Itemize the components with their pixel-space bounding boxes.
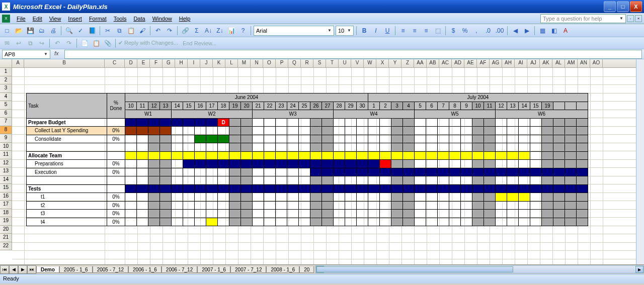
sheet-tab[interactable]: 2006 - 7_12 <box>162 266 197 273</box>
doc-restore-button[interactable]: - <box>627 15 634 22</box>
menu-edit[interactable]: Edit <box>29 14 46 23</box>
col-header[interactable]: AH <box>502 59 515 67</box>
review-icon[interactable]: ✉ <box>2 38 12 48</box>
col-header[interactable]: AM <box>565 59 578 67</box>
cut-icon[interactable]: ✂ <box>103 26 113 36</box>
row-header[interactable]: 14 <box>0 176 12 184</box>
doc-close-button[interactable]: × <box>635 15 642 22</box>
col-header[interactable]: AN <box>578 59 590 67</box>
sheet-tab-active[interactable]: Demo <box>36 266 59 273</box>
menu-format[interactable]: Format <box>86 14 110 23</box>
review-icon[interactable]: 📋 <box>91 38 101 48</box>
col-header[interactable]: H <box>175 59 188 67</box>
col-header[interactable]: R <box>301 59 313 67</box>
paste-icon[interactable]: 📋 <box>126 26 136 36</box>
col-header[interactable]: C <box>105 59 125 67</box>
col-header[interactable]: F <box>150 59 163 67</box>
row-header[interactable]: 8 <box>0 126 12 135</box>
decrease-indent-icon[interactable]: ◀ <box>510 26 520 36</box>
review-icon[interactable]: ↶ <box>52 38 62 48</box>
row-header[interactable]: 6 <box>0 110 12 118</box>
review-icon[interactable]: ⧉ <box>25 38 35 48</box>
bold-icon[interactable]: B <box>359 26 369 36</box>
currency-icon[interactable]: $ <box>448 26 458 36</box>
autosum-icon[interactable]: Σ <box>192 26 202 36</box>
col-header[interactable]: Y <box>389 59 401 67</box>
col-header[interactable]: Q <box>288 59 301 67</box>
menu-file[interactable]: File <box>13 14 29 23</box>
row-header[interactable]: 4 <box>0 93 12 102</box>
col-header[interactable]: J <box>200 59 213 67</box>
col-header[interactable]: AD <box>452 59 464 67</box>
col-header[interactable]: W <box>364 59 376 67</box>
sort-desc-icon[interactable]: Z↓ <box>215 26 225 36</box>
col-header[interactable]: X <box>376 59 389 67</box>
review-icon[interactable]: ↷ <box>64 38 74 48</box>
undo-icon[interactable]: ↶ <box>153 26 163 36</box>
col-header[interactable]: AF <box>477 59 490 67</box>
minimize-button[interactable]: _ <box>604 1 616 12</box>
col-header[interactable]: M <box>238 59 251 67</box>
fill-color-icon[interactable]: ◧ <box>549 26 559 36</box>
tab-first-icon[interactable]: ⏮ <box>0 265 9 274</box>
col-header[interactable]: AL <box>552 59 565 67</box>
col-header[interactable]: AC <box>439 59 452 67</box>
reply-changes-button[interactable]: ✔ Reply with Changes... <box>118 40 178 46</box>
col-header[interactable]: N <box>251 59 263 67</box>
vertical-scrollbar[interactable] <box>636 59 644 264</box>
horizontal-scrollbar[interactable]: ◀ ▶ <box>315 265 644 273</box>
col-header[interactable]: K <box>213 59 225 67</box>
row-header[interactable]: 12 <box>0 159 12 168</box>
end-review-button[interactable]: End Review... <box>183 40 216 46</box>
col-header[interactable]: G <box>163 59 175 67</box>
menu-window[interactable]: Window <box>149 14 176 23</box>
cells-area[interactable]: Task% DoneJune 2004July 2004101112131415… <box>12 68 636 264</box>
col-header[interactable]: AA <box>414 59 427 67</box>
col-header[interactable]: L <box>225 59 238 67</box>
maximize-button[interactable]: □ <box>617 1 629 12</box>
menu-view[interactable]: View <box>46 14 65 23</box>
increase-decimal-icon[interactable]: .0 <box>483 26 493 36</box>
col-header[interactable]: AE <box>464 59 477 67</box>
align-left-icon[interactable]: ≡ <box>398 26 408 36</box>
row-header[interactable]: 15 <box>0 184 12 193</box>
merge-icon[interactable]: ⬚ <box>433 26 443 36</box>
col-header[interactable]: E <box>137 59 150 67</box>
borders-icon[interactable]: ▦ <box>537 26 547 36</box>
col-header[interactable]: D <box>125 59 137 67</box>
col-header[interactable]: U <box>339 59 351 67</box>
row-headers[interactable]: 12345678910111213141516171819202122 <box>0 68 12 250</box>
sort-asc-icon[interactable]: A↓ <box>203 26 213 36</box>
row-header[interactable]: 5 <box>0 101 12 110</box>
preview-icon[interactable]: 🔍 <box>64 26 74 36</box>
col-header[interactable]: I <box>188 59 200 67</box>
row-header[interactable]: 21 <box>0 234 12 242</box>
review-icon[interactable]: ↩ <box>14 38 24 48</box>
row-header[interactable]: 10 <box>0 143 12 151</box>
review-icon[interactable]: ↪ <box>37 38 47 48</box>
sheet-tab[interactable]: 2007 - 1_6 <box>197 266 230 273</box>
print-icon[interactable]: 🖨 <box>48 26 58 36</box>
col-header[interactable]: AK <box>540 59 552 67</box>
increase-indent-icon[interactable]: ▶ <box>522 26 532 36</box>
select-all-corner[interactable] <box>0 59 12 68</box>
italic-icon[interactable]: I <box>371 26 381 36</box>
col-header[interactable]: AO <box>590 59 603 67</box>
underline-icon[interactable]: U <box>382 26 392 36</box>
col-header[interactable]: Z <box>401 59 414 67</box>
font-size-selector[interactable]: 10▼ <box>336 26 354 36</box>
col-header[interactable]: O <box>263 59 276 67</box>
spelling-icon[interactable]: ✓ <box>75 26 86 36</box>
col-header[interactable]: AB <box>427 59 439 67</box>
row-header[interactable]: 13 <box>0 167 12 176</box>
col-header[interactable]: AI <box>515 59 527 67</box>
row-header[interactable]: 7 <box>0 118 12 126</box>
row-header[interactable]: 11 <box>0 151 12 159</box>
menu-help[interactable]: Help <box>176 14 194 23</box>
spreadsheet-grid[interactable]: ABCDEFGHIJKLMNOPQRSTUVWXYZAAABACADAEAFAG… <box>0 59 644 264</box>
row-header[interactable]: 19 <box>0 217 12 226</box>
fx-icon[interactable]: fx <box>54 50 62 58</box>
row-header[interactable]: 3 <box>0 84 12 93</box>
sheet-tab[interactable]: 2008 - 1_6 <box>266 266 299 273</box>
scroll-right-icon[interactable]: ▶ <box>635 266 643 273</box>
